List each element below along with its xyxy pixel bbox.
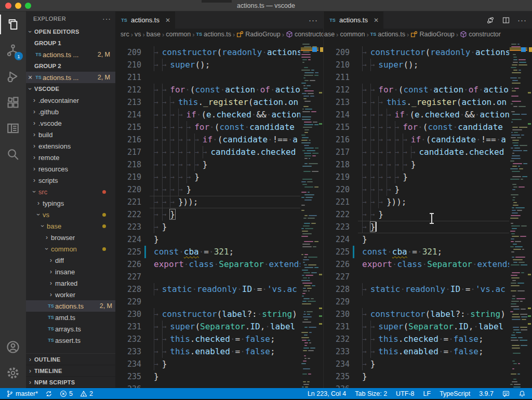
activity-bar-source-control[interactable]: 1 <box>0 37 26 63</box>
tree-item-vs[interactable]: ›vs <box>26 209 115 220</box>
tree-item-assert-ts[interactable]: TSassert.ts <box>26 335 115 346</box>
minimap-line <box>513 197 515 198</box>
more-actions-icon[interactable]: ··· <box>517 16 527 24</box>
section-outline[interactable]: ›OUTLINE <box>26 354 115 365</box>
activity-bar-custom-view[interactable] <box>0 115 26 141</box>
close-tab-icon[interactable]: ✕ <box>165 17 170 24</box>
breadcrumb-item[interactable]: common <box>166 31 191 38</box>
status-ln-223-col-4[interactable]: Ln 223, Col 4 <box>308 390 346 397</box>
more-actions-icon[interactable]: ··· <box>309 16 318 24</box>
close-window-button[interactable] <box>5 3 11 9</box>
tree-item-scripts[interactable]: ›scripts <box>26 175 115 186</box>
breadcrumb-item[interactable]: TSactions.ts <box>370 31 405 38</box>
status-warning[interactable]: 2 <box>80 390 93 397</box>
workspace-section-header[interactable]: ›VSCODE <box>26 83 115 95</box>
whitespace-tab: → <box>362 59 370 71</box>
status-sync[interactable] <box>45 390 52 397</box>
tree-item-remote[interactable]: ›remote <box>26 152 115 163</box>
status-utf-8[interactable]: UTF-8 <box>396 390 414 397</box>
close-tab-icon[interactable]: ✕ <box>374 17 379 24</box>
whitespace-tab: → <box>162 109 170 121</box>
breadcrumb-item[interactable]: base <box>323 31 335 38</box>
code-line: 224} <box>324 233 509 246</box>
tree-item-insane[interactable]: ›insane <box>26 266 115 277</box>
tree-item-arrays-ts[interactable]: TSarrays.ts <box>26 323 115 335</box>
tree-item--devcontainer[interactable]: ›.devcontainer <box>26 95 115 106</box>
open-editors-header[interactable]: ›OPEN EDITORS <box>26 26 115 37</box>
whitespace-dot: · <box>230 346 235 356</box>
open-editor-item[interactable]: ✕TSactions.ts ...2, M <box>26 72 115 83</box>
overview-ruler[interactable] <box>527 40 532 388</box>
breadcrumbs[interactable]: base›common›TSactions.ts›RadioGroup›cons… <box>323 29 532 40</box>
tree-item-typings[interactable]: ›typings <box>26 197 115 209</box>
section-npm-scripts[interactable]: ›NPM SCRIPTS <box>26 377 115 388</box>
tree-item-marked[interactable]: ›marked <box>26 277 115 289</box>
status-branch[interactable]: master* <box>6 390 38 397</box>
breadcrumb-item[interactable]: common <box>340 31 365 38</box>
tree-item-amd-ts[interactable]: TSamd.ts <box>26 312 115 323</box>
tab-actions-ts[interactable]: TSactions.ts✕ <box>324 11 383 29</box>
tree-item-actions-ts[interactable]: TSactions.ts2, M <box>26 300 115 312</box>
minimize-window-button[interactable] <box>15 3 21 9</box>
minimap-line <box>520 145 527 146</box>
breadcrumb-item[interactable]: src <box>121 31 129 38</box>
minimap-line <box>512 176 521 177</box>
sidebar-more-actions-icon[interactable]: ··· <box>102 15 111 23</box>
whitespace-dot: · <box>472 259 477 269</box>
tree-item-common[interactable]: ›common <box>26 243 115 255</box>
status-bell[interactable] <box>518 390 526 397</box>
breadcrumb-separator: › <box>336 31 338 38</box>
activity-bar-run-debug[interactable] <box>0 63 26 89</box>
activity-bar-settings[interactable] <box>0 360 26 386</box>
status-lf[interactable]: LF <box>423 390 431 397</box>
close-editor-icon[interactable]: ✕ <box>26 74 34 81</box>
breadcrumb-item[interactable]: constructor <box>286 31 323 38</box>
breadcrumb-item[interactable]: RadioGroup <box>236 31 280 38</box>
code-token: . <box>256 147 261 157</box>
minimap[interactable] <box>301 40 318 388</box>
activity-bar-account[interactable] <box>0 334 26 360</box>
tree-item-build[interactable]: ›build <box>26 129 115 140</box>
breadcrumb-item[interactable]: constructor <box>460 31 501 38</box>
code-area[interactable]: 209→constructor(readonly·actions210→→sup… <box>115 40 323 388</box>
activity-bar-extensions[interactable] <box>0 89 26 115</box>
activity-bar-explorer[interactable] <box>0 11 26 37</box>
open-changes-icon[interactable] <box>486 16 495 24</box>
code-token: } <box>162 222 167 232</box>
status-error[interactable]: 5 <box>60 390 73 397</box>
breadcrumb-item[interactable]: TSactions.ts <box>196 31 231 38</box>
tree-item-src[interactable]: ›src <box>26 186 115 197</box>
tab-actions-ts[interactable]: TSactions.ts✕ <box>115 11 175 29</box>
breadcrumb-item[interactable]: RadioGroup <box>410 31 454 38</box>
tree-item-resources[interactable]: ›resources <box>26 163 115 175</box>
tree-item-browser[interactable]: ›browser <box>26 232 115 243</box>
minimap-line <box>518 64 527 65</box>
minimap[interactable] <box>510 40 527 388</box>
tree-item-diff[interactable]: ›diff <box>26 255 115 266</box>
minimap-line <box>520 314 527 315</box>
status-tab-size-2[interactable]: Tab Size: 2 <box>355 390 387 397</box>
breadcrumb-item[interactable]: base <box>147 31 161 38</box>
tree-item-base[interactable]: ›base <box>26 220 115 232</box>
open-editor-item[interactable]: TSactions.ts ...2, M <box>26 49 115 60</box>
status-feedback[interactable] <box>502 390 510 397</box>
status-3-9-7[interactable]: 3.9.7 <box>479 390 494 397</box>
code-token: _register <box>411 97 457 107</box>
maximize-window-button[interactable] <box>25 3 31 9</box>
section-timeline[interactable]: ›TIMELINE <box>26 365 115 377</box>
tree-item-label: arrays.ts <box>55 325 81 333</box>
whitespace-tab: → <box>154 308 162 321</box>
tree-item-extensions[interactable]: ›extensions <box>26 140 115 152</box>
tree-item--vscode[interactable]: ›.vscode <box>26 117 115 129</box>
overview-ruler[interactable] <box>318 40 323 388</box>
breadcrumb-item[interactable]: vs <box>135 31 141 38</box>
breadcrumbs[interactable]: src›vs›base›common›TSactions.ts›RadioGro… <box>115 29 323 40</box>
status-typescript[interactable]: TypeScript <box>440 390 470 397</box>
split-editor-icon[interactable] <box>502 16 510 24</box>
activity-bar-search[interactable] <box>0 141 26 167</box>
tree-item--github[interactable]: ›.github <box>26 106 115 117</box>
tree-item-worker[interactable]: ›worker <box>26 289 115 300</box>
status-label: TypeScript <box>440 390 470 397</box>
code-area[interactable]: 209→constructor(readonly·actions210→→sup… <box>324 40 532 388</box>
whitespace-dot: · <box>262 284 267 294</box>
